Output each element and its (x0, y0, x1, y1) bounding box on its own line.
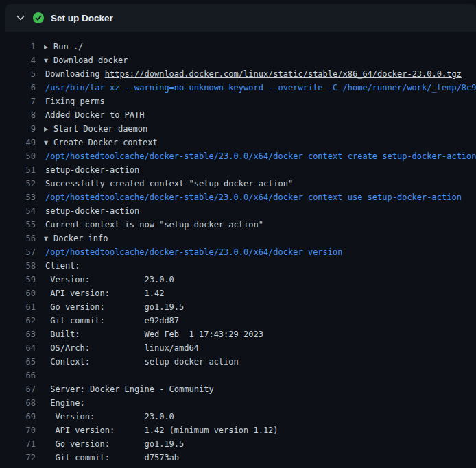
line-number[interactable]: 62 (0, 314, 36, 328)
line-number[interactable]: 49 (0, 136, 36, 149)
log-text: Git commit: e92dd87 (44, 314, 179, 328)
group-title: Start Docker daemon (53, 124, 147, 134)
log-text: Git commit: d7573ab (44, 451, 179, 465)
log-line: 55Current context is now "setup-docker-a… (0, 218, 476, 232)
log-text: setup-docker-action (44, 204, 139, 218)
line-number[interactable]: 6 (0, 81, 36, 95)
log-text: Downloading (45, 69, 105, 79)
log-text (44, 369, 45, 382)
log-line: 69 Version: 23.0.0 (0, 410, 476, 423)
line-number[interactable]: 67 (0, 382, 36, 396)
log-line: 54setup-docker-action (0, 204, 476, 218)
line-number[interactable]: 71 (0, 437, 36, 451)
group-title: Download docker (53, 56, 128, 65)
line-number[interactable]: 59 (0, 273, 36, 286)
command-text: /opt/hostedtoolcache/docker-stable/23.0.… (44, 149, 476, 163)
log-text: Built: Wed Feb 1 17:43:29 2023 (44, 328, 263, 341)
log-line: 7Fixing perms (0, 95, 476, 108)
line-number[interactable]: 54 (0, 204, 36, 218)
group-collapsed-triangle-icon[interactable]: ▶ (44, 40, 51, 53)
log-line-content: ▶Run ./ (44, 40, 83, 53)
log-text: Successfully created context "setup-dock… (44, 177, 293, 190)
line-number[interactable]: 1 (0, 40, 36, 53)
success-check-icon (33, 12, 44, 23)
step-container: Set up Docker 1▶Run ./4▼Download docker5… (0, 0, 476, 465)
line-number[interactable]: 7 (0, 95, 36, 108)
log-line: 60 API version: 1.42 (0, 286, 476, 300)
group-collapsed-triangle-icon[interactable]: ▶ (44, 123, 51, 136)
log-line: 70 API version: 1.42 (minimum version 1.… (0, 423, 476, 437)
log-line: 53/opt/hostedtoolcache/docker-stable/23.… (0, 190, 476, 204)
log-line[interactable]: 9▶Start Docker daemon (0, 122, 476, 136)
line-number[interactable]: 66 (0, 369, 36, 382)
log-line[interactable]: 56▼Docker info (0, 232, 476, 245)
line-number[interactable]: 72 (0, 451, 36, 465)
log-text: Added Docker to PATH (44, 108, 145, 122)
log-text: API version: 1.42 (44, 286, 164, 300)
line-number[interactable]: 5 (0, 67, 36, 81)
log-text: Engine: (44, 396, 85, 410)
line-number[interactable]: 64 (0, 341, 36, 355)
line-number[interactable]: 8 (0, 108, 36, 122)
log-text: Fixing perms (44, 95, 105, 108)
log-line: 62 Git commit: e92dd87 (0, 314, 476, 328)
log-text: Context: setup-docker-action (44, 355, 239, 369)
line-number[interactable]: 61 (0, 300, 36, 314)
group-expanded-triangle-icon[interactable]: ▼ (44, 136, 51, 149)
log-line: 5Downloading https://download.docker.com… (0, 67, 476, 81)
log-line: 71 Go version: go1.19.5 (0, 437, 476, 451)
log-line: 67 Server: Docker Engine - Community (0, 382, 476, 396)
log-line-content: ▼Download docker (44, 53, 128, 67)
log-line-content: ▶Start Docker daemon (44, 122, 147, 136)
chevron-down-icon[interactable] (15, 12, 26, 23)
log-line[interactable]: 49▼Create Docker context (0, 136, 476, 149)
line-number[interactable]: 58 (0, 259, 36, 273)
log-line: 66 (0, 369, 476, 382)
log-text: Current context is now "setup-docker-act… (44, 218, 263, 232)
log-line: 72 Git commit: d7573ab (0, 451, 476, 465)
line-number[interactable]: 60 (0, 286, 36, 300)
log-text: setup-docker-action (44, 163, 139, 177)
line-number[interactable]: 57 (0, 245, 36, 259)
line-number[interactable]: 50 (0, 149, 36, 163)
log-line-content: ▼Create Docker context (44, 136, 158, 149)
line-number[interactable]: 9 (0, 122, 36, 136)
log-text: Version: 23.0.0 (44, 273, 174, 286)
line-number[interactable]: 70 (0, 423, 36, 437)
log-line: 51setup-docker-action (0, 163, 476, 177)
log-line-content: Downloading https://download.docker.com/… (44, 67, 462, 81)
log-line-content: ▼Docker info (44, 232, 108, 245)
line-number[interactable]: 69 (0, 410, 36, 423)
step-title: Set up Docker (51, 13, 113, 23)
log-line: 58Client: (0, 259, 476, 273)
download-url-link[interactable]: https://download.docker.com/linux/static… (105, 69, 462, 79)
log-line[interactable]: 1▶Run ./ (0, 40, 476, 53)
line-number[interactable]: 55 (0, 218, 36, 232)
log-text: Server: Docker Engine - Community (44, 382, 214, 396)
log-line: 61 Go version: go1.19.5 (0, 300, 476, 314)
log-line[interactable]: 4▼Download docker (0, 53, 476, 67)
log-text: Go version: go1.19.5 (44, 437, 184, 451)
group-expanded-triangle-icon[interactable]: ▼ (44, 54, 51, 67)
line-number[interactable]: 68 (0, 396, 36, 410)
line-number[interactable]: 51 (0, 163, 36, 177)
log-text: Go version: go1.19.5 (44, 300, 184, 314)
log-line: 50/opt/hostedtoolcache/docker-stable/23.… (0, 149, 476, 163)
line-number[interactable]: 52 (0, 177, 36, 190)
line-number[interactable]: 65 (0, 355, 36, 369)
log-line: 59 Version: 23.0.0 (0, 273, 476, 286)
log-text: Version: 23.0.0 (44, 410, 174, 423)
line-number[interactable]: 4 (0, 53, 36, 67)
log-text: Client: (44, 259, 80, 273)
line-number[interactable]: 53 (0, 190, 36, 204)
group-title: Run ./ (53, 42, 83, 51)
log-line: 68 Engine: (0, 396, 476, 410)
command-text: /opt/hostedtoolcache/docker-stable/23.0.… (44, 190, 462, 204)
line-number[interactable]: 63 (0, 328, 36, 341)
command-text: /opt/hostedtoolcache/docker-stable/23.0.… (44, 245, 342, 259)
group-expanded-triangle-icon[interactable]: ▼ (44, 232, 51, 245)
line-number[interactable]: 56 (0, 232, 36, 245)
command-text: /usr/bin/tar xz --warning=no-unknown-key… (44, 81, 476, 95)
log-line: 63 Built: Wed Feb 1 17:43:29 2023 (0, 328, 476, 341)
step-header[interactable]: Set up Docker (5, 4, 476, 32)
